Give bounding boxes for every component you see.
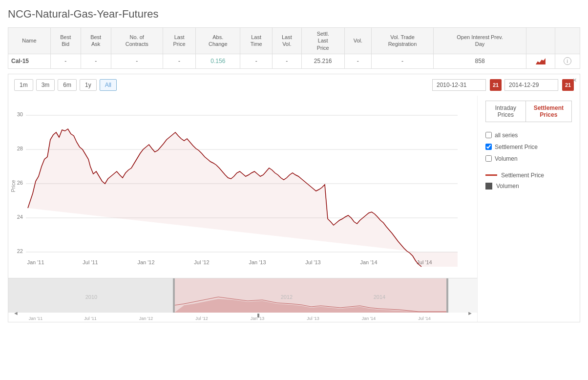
y-label-22: 22 [17,248,23,254]
checkbox-all-series: all series [485,132,572,139]
chart-sidebar: Intraday Prices Settlement Prices all se… [477,96,580,322]
calendar-from-button[interactable]: 21 [490,79,502,91]
nav-x-jan12: Jan '12 [139,316,153,321]
legend-line-icon [485,174,497,176]
chart-icon [536,57,546,64]
navigator: 2010 2012 2014 Jan '1 [8,278,477,322]
chart-container: × 1m 3m 6m 1y All 21 21 30 28 [8,74,580,322]
cell-info-icon[interactable]: i [555,54,580,68]
cell-last-time: - [240,54,273,68]
nav-x-jan14: Jan '14 [362,316,376,321]
col-last-price: LastPrice [163,28,195,54]
col-last-vol: LastVol. [272,28,301,54]
controls-row: 1m 3m 6m 1y All 21 21 [8,74,580,96]
time-btn-1m[interactable]: 1m [14,79,33,91]
x-label-jan13: Jan '13 [249,259,266,265]
y-axis-label: Price [10,180,16,192]
x-label-jan12: Jan '12 [137,259,154,265]
nav-x-jul12: Jul '12 [195,316,208,321]
cell-open-interest: 858 [433,54,526,68]
calendar-to-button[interactable]: 21 [562,79,574,91]
nav-x-jul11: Jul '11 [84,316,97,321]
y-label-24: 24 [17,214,23,220]
col-vol: Vol. [344,28,371,54]
col-open-interest: Open Interest Prev.Day [433,28,526,54]
checkbox-settlement-price-label: Settlement Price [495,144,538,150]
col-info [555,28,580,54]
col-no-contracts: No. ofContracts [111,28,163,54]
x-label-jul11: Jul '11 [83,259,98,265]
nav-x-jul14: Jul '14 [418,316,431,321]
legend-box-icon [485,183,492,190]
cell-settl-price: 25.216 [301,54,344,68]
checkbox-volumen: Volumen [485,155,572,162]
col-best-bid: BestBid [50,28,81,54]
nav-scroll-right-icon[interactable]: ► [467,310,473,316]
col-settl-price: Settl.LastPrice [301,28,344,54]
x-label-jan14: Jan '14 [360,259,377,265]
nav-scroll-left-icon[interactable]: ◄ [13,310,19,316]
checkbox-all-series-label: all series [495,132,518,139]
col-abs-change: Abs.Change [196,28,240,54]
y-label-30: 30 [17,111,23,117]
nav-scroll-indicator [257,314,259,317]
cell-abs-change: 0.156 [196,54,240,68]
chart-left: 30 28 26 24 22 Price [8,96,477,322]
y-label-28: 28 [17,146,23,151]
cell-best-ask: - [81,54,111,68]
price-tabs: Intraday Prices Settlement Prices [485,101,572,122]
navigator-svg: 2010 2012 2014 Jan '1 [8,278,477,322]
date-from-input[interactable] [432,79,486,91]
nav-x-jan11: Jan '11 [29,316,43,321]
checkbox-settlement-price-input[interactable] [485,144,492,150]
chart-svg-wrap: 30 28 26 24 22 Price [8,96,477,278]
x-label-jul13: Jul '13 [305,259,320,265]
checkbox-volumen-input[interactable] [485,155,492,162]
nav-label-2014: 2014 [374,294,385,300]
chart-body: 30 28 26 24 22 Price [8,96,580,322]
cell-chart-icon[interactable] [526,54,555,68]
nav-handle-left[interactable] [173,278,175,313]
nav-label-2012: 2012 [281,294,293,300]
cell-no-contracts: - [111,54,163,68]
time-btn-6m[interactable]: 6m [58,79,77,91]
col-name: Name [8,28,51,54]
x-label-jul12: Jul '12 [194,259,209,265]
cell-vol-trade: - [372,54,434,68]
col-last-time: LastTime [240,28,273,54]
price-chart-svg: 30 28 26 24 22 Price [8,96,477,276]
nav-x-jul13: Jul '13 [307,316,319,321]
y-label-26: 26 [17,180,23,186]
cell-vol: - [344,54,371,68]
data-table: Name BestBid BestAsk No. ofContracts Las… [8,27,580,69]
chart-legend: Settlement Price Volumen [485,172,572,190]
checkbox-settlement-price: Settlement Price [485,144,572,150]
col-best-ask: BestAsk [81,28,111,54]
time-btn-1y[interactable]: 1y [80,79,97,91]
time-btn-3m[interactable]: 3m [36,79,55,91]
cell-best-bid: - [50,54,81,68]
info-icon[interactable]: i [564,57,571,65]
page: NCG-Natural-Gas-Year-Futures Name BestBi… [0,0,588,380]
intraday-prices-tab[interactable]: Intraday Prices [485,101,525,122]
cell-name: Cal-15 [8,54,51,68]
x-label-jan11: Jan '11 [27,259,44,265]
col-vol-trade: Vol. TradeRegistration [372,28,434,54]
legend-volumen-label: Volumen [496,183,519,190]
nav-handle-right[interactable] [446,278,448,313]
legend-volumen: Volumen [485,183,572,190]
legend-settlement-price: Settlement Price [485,172,572,179]
cell-last-price: - [163,54,195,68]
nav-label-2010: 2010 [85,294,97,300]
close-button[interactable]: × [573,76,577,84]
col-actions [526,28,555,54]
table-row: Cal-15 - - - - 0.156 - - 25.216 - - 858 … [8,54,580,68]
date-to-input[interactable] [504,79,558,91]
page-title: NCG-Natural-Gas-Year-Futures [8,8,580,21]
cell-last-vol: - [272,54,301,68]
legend-settlement-price-label: Settlement Price [501,172,544,179]
settlement-prices-tab[interactable]: Settlement Prices [525,101,572,122]
checkbox-all-series-input[interactable] [485,132,492,138]
checkbox-volumen-label: Volumen [495,155,518,162]
time-btn-all[interactable]: All [100,79,117,91]
